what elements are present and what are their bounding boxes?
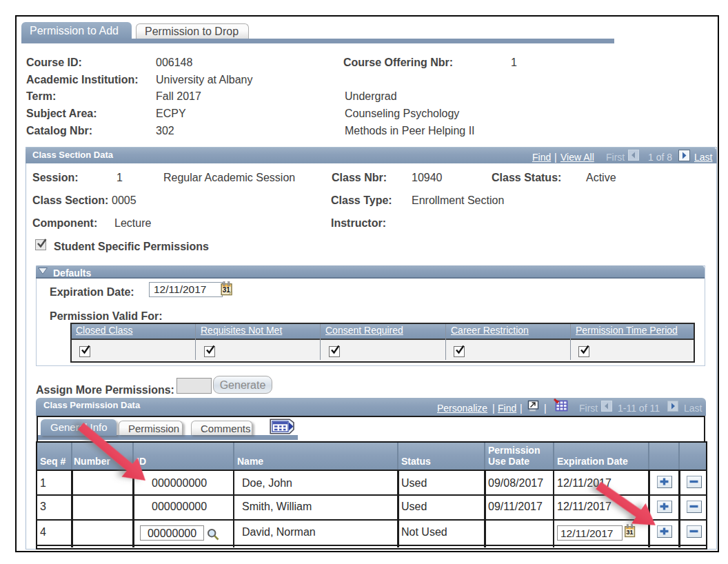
svg-text:31: 31	[223, 286, 231, 294]
